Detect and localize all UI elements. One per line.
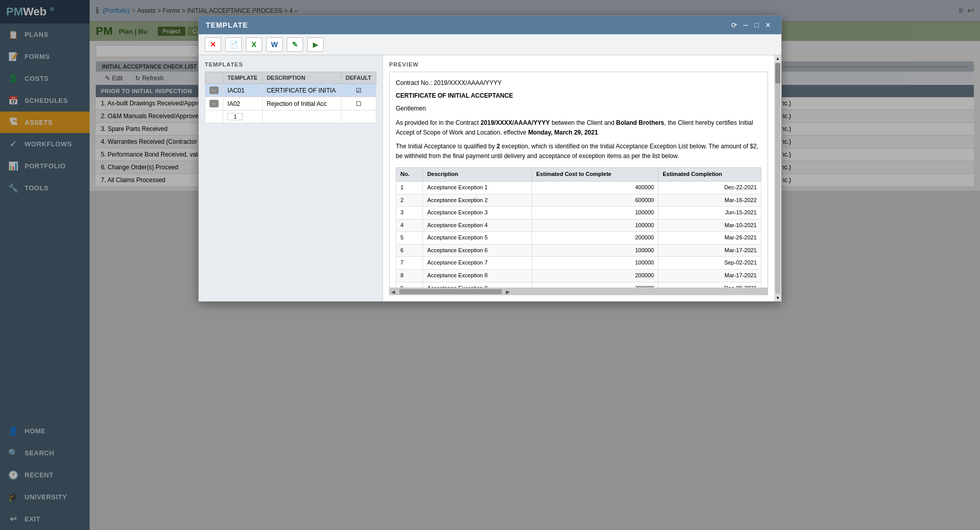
preview-greeting: Gentlemen — [396, 104, 761, 114]
preview-exception-row: 8 Acceptance Exception 8 200000 Mar-17-2… — [396, 270, 761, 282]
preview-completion: Mar-10-2021 — [658, 219, 761, 232]
modal-run-btn[interactable]: ▶ — [307, 37, 324, 52]
preview-desc: Acceptance Exception 4 — [423, 219, 532, 232]
preview-cost: 100000 — [532, 244, 658, 257]
preview-no: 6 — [396, 244, 423, 257]
preview-no: 2 — [396, 194, 423, 207]
th-actions — [205, 72, 223, 84]
preview-th-completion: Estimated Completion — [658, 168, 761, 182]
preview-exception-row: 6 Acceptance Exception 6 100000 Mar-17-2… — [396, 244, 761, 257]
preview-cost: 200000 — [532, 270, 658, 282]
preview-completion: Jun-15-2021 — [658, 207, 761, 219]
scroll-left-arrow[interactable]: ◀ — [389, 289, 397, 295]
preview-completion: Sep-02-2021 — [658, 257, 761, 270]
preview-desc: Acceptance Exception 7 — [423, 257, 532, 270]
new-row-default-cell — [342, 111, 376, 123]
preview-title: CERTIFICATE OF INITIAL ACCEPTANCE — [396, 91, 761, 101]
preview-content: Contract No.: 2019/XXXX/AAAA/YYYY CERTIF… — [389, 72, 768, 288]
preview-completion: Mar-17-2021 — [658, 270, 761, 282]
modal-cancel-btn[interactable]: ✕ — [205, 37, 221, 52]
template-desc-cell: Rejection of Initial Acc — [262, 97, 341, 111]
template-desc-cell: CERTIFICATE OF INITIA — [262, 84, 341, 97]
preview-exception-row: 5 Acceptance Exception 5 200000 Mar-26-2… — [396, 232, 761, 245]
modal-word-btn[interactable]: W — [266, 37, 283, 52]
template-more-btn-cell: ··· — [205, 97, 223, 111]
preview-cost: 100000 — [532, 257, 658, 270]
preview-cost: 200000 — [532, 282, 658, 288]
preview-completion: Dec-09-2021 — [658, 282, 761, 288]
preview-contract-no: Contract No.: 2019/XXXX/AAAA/YYYY — [396, 78, 761, 88]
templates-table: TEMPLATE DESCRIPTION DEFAULT ··· IAC01 C… — [205, 72, 376, 123]
h-scroll-area: ◀ ▶ — [389, 288, 768, 295]
preview-exception-row: 2 Acceptance Exception 2 600000 Mar-16-2… — [396, 194, 761, 207]
modal-edit-pen-btn[interactable]: ✎ — [287, 37, 303, 52]
modal-close-btn[interactable]: ✕ — [762, 20, 774, 30]
preview-body1: As provided for in the Contract 2019/XXX… — [396, 118, 761, 138]
modal-maximize-btn[interactable]: □ — [752, 20, 762, 30]
scroll-right-arrow[interactable]: ▶ — [504, 289, 512, 295]
preview-desc: Acceptance Exception 1 — [423, 181, 532, 194]
preview-desc: Acceptance Exception 8 — [423, 270, 532, 282]
preview-exceptions-table: No. Description Estimated Cost to Comple… — [396, 167, 761, 288]
template-new-row — [205, 111, 376, 123]
template-modal: TEMPLATE ⟳ ─ □ ✕ ✕ 📄 X W ✎ ▶ TEMPLATES — [198, 15, 782, 302]
modal-title: TEMPLATE — [206, 21, 248, 29]
preview-exception-row: 4 Acceptance Exception 4 100000 Mar-10-2… — [396, 219, 761, 232]
template-row[interactable]: ··· IAC01 CERTIFICATE OF INITIA ☑ — [205, 84, 376, 97]
scroll-down-arrow[interactable]: ▼ — [775, 295, 781, 301]
preview-cost: 200000 — [532, 232, 658, 245]
th-description: DESCRIPTION — [262, 72, 341, 84]
preview-completion: Mar-26-2021 — [658, 232, 761, 245]
preview-exception-row: 1 Acceptance Exception 1 400000 Dec-22-2… — [396, 181, 761, 194]
scroll-track[interactable] — [775, 63, 780, 294]
templates-label: TEMPLATES — [205, 61, 376, 68]
preview-panel: PREVIEW Contract No.: 2019/XXXX/AAAA/YYY… — [383, 55, 774, 301]
templates-panel: TEMPLATES TEMPLATE DESCRIPTION DEFAULT ·… — [199, 55, 383, 301]
scroll-thumb — [775, 63, 780, 83]
preview-label: PREVIEW — [389, 61, 768, 68]
template-more-btn[interactable]: ··· — [209, 100, 219, 107]
modal-refresh-btn[interactable]: ⟳ — [728, 20, 740, 30]
modal-body: TEMPLATES TEMPLATE DESCRIPTION DEFAULT ·… — [199, 55, 781, 301]
preview-desc: Acceptance Exception 6 — [423, 244, 532, 257]
new-row-num-cell — [223, 111, 263, 123]
template-row[interactable]: ··· IA02 Rejection of Initial Acc ☐ — [205, 97, 376, 111]
new-row-cell — [205, 111, 223, 123]
template-default-cell: ☐ — [342, 97, 376, 111]
modal-titlebar: TEMPLATE ⟳ ─ □ ✕ — [199, 16, 781, 34]
preview-exception-row: 9 Acceptance Exception 9 200000 Dec-09-2… — [396, 282, 761, 288]
preview-exception-row: 3 Acceptance Exception 3 100000 Jun-15-2… — [396, 207, 761, 219]
preview-cost: 100000 — [532, 219, 658, 232]
preview-no: 3 — [396, 207, 423, 219]
preview-th-no: No. — [396, 168, 423, 182]
preview-cost: 400000 — [532, 181, 658, 194]
modal-excel-btn[interactable]: X — [246, 37, 262, 52]
template-id-cell: IA02 — [223, 97, 263, 111]
preview-desc: Acceptance Exception 5 — [423, 232, 532, 245]
preview-desc: Acceptance Exception 9 — [423, 282, 532, 288]
preview-desc: Acceptance Exception 3 — [423, 207, 532, 219]
preview-th-cost: Estimated Cost to Complete — [532, 168, 658, 182]
th-default: DEFAULT — [342, 72, 376, 84]
modal-minimize-btn[interactable]: ─ — [740, 20, 752, 30]
preview-no: 5 — [396, 232, 423, 245]
preview-completion: Mar-17-2021 — [658, 244, 761, 257]
new-row-desc-cell — [262, 111, 341, 123]
scroll-up-arrow[interactable]: ▲ — [775, 55, 781, 62]
h-scroll-thumb[interactable] — [399, 289, 502, 294]
preview-body2: The Initial Acceptance is qualified by 2… — [396, 142, 761, 161]
vertical-scrollbar: ▲ ▼ — [774, 55, 781, 301]
preview-no: 8 — [396, 270, 423, 282]
template-more-btn[interactable]: ··· — [209, 86, 219, 94]
modal-pdf-btn[interactable]: 📄 — [225, 37, 242, 52]
template-more-btn-cell: ··· — [205, 84, 223, 97]
new-row-input[interactable] — [227, 113, 243, 120]
modal-overlay: TEMPLATE ⟳ ─ □ ✕ ✕ 📄 X W ✎ ▶ TEMPLATES — [0, 0, 980, 530]
preview-cost: 600000 — [532, 194, 658, 207]
preview-no: 9 — [396, 282, 423, 288]
preview-cost: 100000 — [532, 207, 658, 219]
preview-exception-row: 7 Acceptance Exception 7 100000 Sep-02-2… — [396, 257, 761, 270]
modal-toolbar: ✕ 📄 X W ✎ ▶ — [199, 34, 781, 55]
preview-no: 7 — [396, 257, 423, 270]
preview-no: 1 — [396, 181, 423, 194]
